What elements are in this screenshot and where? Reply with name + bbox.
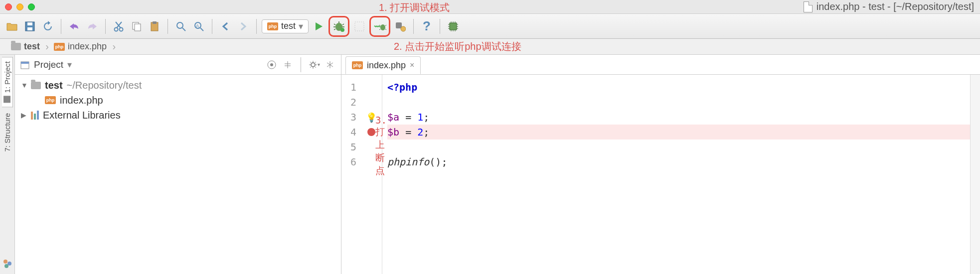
project-panel: Project ▾ ▾ ▼ test ~/Repository/test php… (15, 55, 341, 274)
svg-point-13 (340, 28, 344, 32)
svg-rect-2 (27, 22, 32, 25)
hide-panel-button[interactable] (324, 59, 336, 71)
paste-button[interactable] (147, 18, 163, 34)
breadcrumb-file-label: index.php (68, 41, 107, 52)
tree-external-libraries[interactable]: ▶ External Libraries (15, 108, 341, 123)
window-title-text: index.php - test - [~/Repository/test] (817, 1, 974, 12)
minimize-window-button[interactable] (16, 3, 23, 10)
folder-icon (31, 82, 41, 89)
svg-rect-23 (21, 62, 29, 64)
breadcrumb-item-file[interactable]: php index.php (47, 39, 114, 54)
debug-button[interactable] (331, 18, 347, 34)
line-number: 3 (341, 110, 360, 125)
tree-root-name: test (45, 80, 63, 91)
svg-rect-14 (355, 22, 364, 31)
svg-point-9 (177, 22, 183, 28)
editor-tabs: php index.php × (341, 55, 980, 75)
help-button[interactable]: ? (419, 18, 435, 34)
separator (413, 19, 414, 34)
folder-icon (11, 43, 21, 50)
annotation-3: 3. 打上断点 (375, 138, 387, 153)
editor-body[interactable]: 1 2 3 4 5 6 💡 3. 打上断点 <?php $a = 1; $b =… (341, 75, 980, 274)
breadcrumb-item-root[interactable]: test (4, 39, 47, 54)
separator (212, 19, 212, 34)
tree-file-index[interactable]: php index.php (15, 93, 341, 108)
maximize-window-button[interactable] (28, 3, 35, 10)
expand-arrow-icon[interactable]: ▼ (21, 81, 27, 89)
project-tree: ▼ test ~/Repository/test php index.php ▶… (15, 75, 341, 126)
cpu-icon[interactable] (445, 18, 461, 34)
stop-button[interactable] (392, 18, 408, 34)
coverage-button[interactable] (351, 18, 367, 34)
svg-point-3 (115, 27, 118, 31)
code-token: (); (429, 156, 447, 168)
code-token: phpinfo (387, 156, 429, 168)
collapse-all-button[interactable] (282, 59, 294, 71)
redo-button[interactable] (84, 18, 100, 34)
editor-right-gutter (970, 75, 980, 274)
editor-tab-index[interactable]: php index.php × (345, 56, 421, 74)
tree-root[interactable]: ▼ test ~/Repository/test (15, 78, 341, 93)
rail-bottom-icon[interactable] (2, 259, 12, 271)
open-button[interactable] (4, 18, 20, 34)
annotation-1: 1. 打开调试模式 (379, 1, 450, 14)
refresh-button[interactable] (40, 18, 56, 34)
expand-arrow-icon[interactable]: ▶ (21, 111, 27, 119)
main-area: 1: Project 7: Structure Project ▾ ▾ ▼ te… (0, 55, 980, 274)
window-controls (5, 3, 35, 10)
replace-button[interactable]: A (191, 18, 207, 34)
code-token: 2 (417, 126, 423, 138)
listen-debug-button[interactable] (372, 18, 388, 34)
project-panel-header: Project ▾ ▾ (15, 55, 341, 75)
chevron-down-icon[interactable]: ▾ (67, 59, 72, 70)
rail-tab-project[interactable]: 1: Project (2, 57, 13, 107)
rail-structure-label: 7: Structure (3, 113, 11, 152)
cut-button[interactable] (111, 18, 127, 34)
back-button[interactable] (217, 18, 233, 34)
tree-ext-lib-label: External Libraries (43, 110, 121, 121)
main-toolbar: A php test ▾ ? (0, 14, 980, 39)
line-number-gutter: 1 2 3 4 5 6 (341, 75, 360, 274)
separator (167, 19, 168, 34)
close-window-button[interactable] (5, 3, 12, 10)
svg-point-25 (270, 63, 273, 66)
annotation-highlight-1 (328, 16, 349, 37)
breadcrumb-root-label: test (24, 41, 40, 52)
editor-area: php index.php × 1 2 3 4 5 6 💡 3. 打上断点 (341, 55, 980, 274)
undo-button[interactable] (66, 18, 82, 34)
breakpoint-icon[interactable] (367, 128, 375, 136)
svg-point-26 (311, 63, 315, 67)
line-number: 2 (341, 95, 360, 110)
copy-button[interactable] (129, 18, 145, 34)
svg-rect-6 (135, 24, 141, 31)
svg-point-19 (3, 260, 7, 264)
left-tool-rail: 1: Project 7: Structure (0, 55, 15, 274)
tree-root-path: ~/Repository/test (67, 80, 142, 91)
close-tab-button[interactable]: × (410, 61, 414, 70)
line-number: 5 (341, 139, 360, 154)
save-button[interactable] (22, 18, 38, 34)
php-icon: php (267, 22, 278, 30)
rail-tab-structure[interactable]: 7: Structure (2, 109, 12, 156)
scroll-to-source-button[interactable] (266, 59, 278, 71)
code-area[interactable]: <?php $a = 1; $b = 2; phpinfo(); (382, 75, 970, 274)
run-button[interactable] (311, 18, 327, 34)
code-token: = (399, 126, 417, 138)
separator (105, 19, 106, 34)
code-token: = (399, 111, 417, 123)
svg-point-21 (4, 264, 8, 268)
chevron-down-icon: ▾ (299, 21, 303, 32)
forward-button[interactable] (235, 18, 251, 34)
svg-point-15 (380, 24, 385, 30)
code-token: ; (423, 126, 429, 138)
svg-rect-16 (396, 22, 402, 28)
svg-rect-8 (153, 21, 157, 24)
svg-point-17 (401, 26, 406, 31)
library-icon (31, 111, 39, 120)
find-button[interactable] (173, 18, 189, 34)
marker-gutter[interactable]: 💡 3. 打上断点 (360, 75, 382, 274)
settings-button[interactable]: ▾ (308, 59, 320, 71)
project-rail-icon (3, 96, 10, 103)
separator (301, 57, 301, 72)
run-configuration-dropdown[interactable]: php test ▾ (262, 19, 309, 33)
